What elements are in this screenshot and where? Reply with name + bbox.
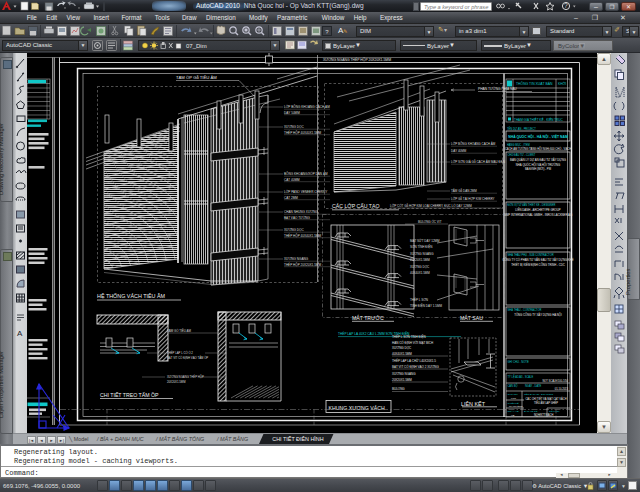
svg-text:XƯƠNG NGANG: XƯƠNG NGANG [410,252,434,256]
svg-text:CHI TIẾT TREO TẤM ỒP: CHI TIẾT TREO TẤM ỒP [100,392,159,398]
svg-text:20X20X1.5MM: 20X20X1.5MM [392,378,412,382]
svg-text:DÀY 40MM: DÀY 40MM [451,149,467,153]
svg-text:CHỦ ĐẦU TƯ - CLIENT: CHỦ ĐẦU TƯ - CLIENT [508,152,536,157]
svg-text:NQH/KTT/VÁCH: NQH/KTT/VÁCH [534,413,553,417]
svg-text:40X40X1.5MM: 40X40X1.5MM [392,352,412,356]
svg-text:BA ĐÌNH (MỚI) - PM: BA ĐÌNH (MỚI) - PM [525,166,552,171]
svg-text:KTS: KTS [511,397,516,400]
svg-text:BÔNG KHOÁNG/XỐP DÁN ÂM: BÔNG KHOÁNG/XỐP DÁN ÂM [284,171,328,176]
svg-text:LỚP PANO VENEER CHERRY: LỚP PANO VENEER CHERRY [284,189,327,194]
svg-text:SƠN TĨNH ĐIỆN: SƠN TĨNH ĐIỆN [410,244,433,249]
svg-text:XƯƠNG NGANG THÉP HỘP: XƯƠNG NGANG THÉP HỘP [167,374,204,379]
svg-text:THÉP HỘP 40X40X1.5MM: THÉP HỘP 40X40X1.5MM [284,233,321,238]
svg-text:KHỞI: KHỞI [558,81,566,86]
svg-text:TỔNG CÔNG TY XÂY DỰNG HÀ NỘI: TỔNG CÔNG TY XÂY DỰNG HÀ NỘI [514,312,562,317]
svg-text:A: A [17,329,23,338]
svg-text:XƯƠNG DỌC: XƯƠNG DỌC [284,228,304,232]
svg-text:BẮT VÀO TƯỜNG: BẮT VÀO TƯỜNG [284,215,311,220]
svg-text:BAN QUẢN LÝ DỰ ÁN ĐẦU TƯ XÂY D: BAN QUẢN LÝ DỰ ÁN ĐẦU TƯ XÂY DỰNG [510,157,566,162]
svg-text:GMP INTERNATIONAL GMBH - INROS: GMP INTERNATIONAL GMBH - INROS LACKNER A… [504,213,572,217]
svg-text:NV.CƯỜNG: NV.CƯỜNG [509,405,523,408]
svg-text:XƯƠNG NGANG: XƯƠNG NGANG [284,257,309,261]
svg-text:MẮT SAU: MẮT SAU [460,314,483,321]
svg-text:CÁT 40MM: CÁT 40MM [284,178,300,182]
svg-text:THÔNG TIN XUẤT BẢN: THÔNG TIN XUẤT BẢN [516,81,553,86]
svg-text:LỚP SƠN GIẢ Gỗ CÁCH ÂM MÀU ĐEN: LỚP SƠN GIẢ Gỗ CÁCH ÂM MÀU ĐEN [451,159,505,164]
svg-text:40X40X1.5MM: 40X40X1.5MM [410,271,430,275]
svg-text:?: ? [564,2,568,9]
svg-text:XƯƠNG NGANG: XƯƠNG NGANG [392,372,416,376]
svg-text:BULONG ỐC VÍT: BULONG ỐC VÍT [418,219,442,224]
svg-text:TÊN BẢN VẼ - DRAWING: TÊN BẢN VẼ - DRAWING [524,393,553,396]
svg-text:NOT SCALE/100-1/50: NOT SCALE/100-1/50 [542,379,568,383]
svg-text:XƯƠNG DỌC: XƯƠNG DỌC [392,346,412,350]
svg-text:THÉP L SƠN: THÉP L SƠN [410,297,428,302]
svg-text:TÊN DỰ ÁN - PROJECT: TÊN DỰ ÁN - PROJECT [507,126,536,131]
svg-text:MẮT SỬT DÀY 12MM: MẮT SỬT DÀY 12MM [410,238,440,243]
svg-text:VẼ: VẼ [511,414,515,417]
svg-text:GHI CHÚ - NOTE: GHI CHÚ - NOTE [508,360,529,364]
svg-text:NHÀ THẦU PHỤ - SUB CONTRACTOR: NHÀ THẦU PHỤ - SUB CONTRACTOR [508,253,554,257]
svg-text:CÁC CHI TIẾT VÀ MẶT CẮT VẢCH: CÁC CHI TIẾT VÀ MẶT CẮT VẢCH [525,396,566,401]
svg-text:TẤM ỒP Gỗ TIÊU ÂM: TẤM ỒP Gỗ TIÊU ÂM [176,75,217,80]
svg-text:CHỦ TRÌ: CHỦ TRÌ [508,393,518,396]
svg-text:ĐƠN VỊ TƯ VẤN THIẾT KẾ - DESIG: ĐƠN VỊ TƯ VẤN THIẾT KẾ - DESIGNER [508,202,556,207]
svg-text:XƯƠNG NGANG THÉP HỘP 20X20X1.5: XƯƠNG NGANG THÉP HỘP 20X20X1.5MM [323,57,391,62]
svg-text:CHÂN NHUNG XƯƠNG: CHÂN NHUNG XƯƠNG [284,210,318,214]
svg-text:DÀY 50MM: DÀY 50MM [284,111,300,115]
svg-text:LIÊN DANH - ARCHETYPE GROUP: LIÊN DANH - ARCHETYPE GROUP [515,207,561,212]
svg-text:NGÀY VẼ: NGÀY VẼ [508,410,519,413]
svg-text:BẮT VÍT CỒ ĐỊNH VÀO TẤM ỒP: BẮT VÍT CỒ ĐỊNH VÀO TẤM ỒP [167,355,208,360]
svg-text:TẤM Gỗ DÁN 2MM: TẤM Gỗ DÁN 2MM [451,188,477,193]
svg-text:TỶ LỆ A1/A3 - SCALE: TỶ LỆ A1/A3 - SCALE [508,374,534,379]
svg-text:THÉP LẮP L CÓ Ỗ 2: THÉP LẮP L CÓ Ỗ 2 [167,350,193,355]
svg-text:CÁC LỚP CẤU TẠO: CÁC LỚP CẤU TẠO [332,203,380,209]
svg-text:HẠNG MỤC - ITEM: HẠNG MỤC - ITEM [507,143,530,147]
svg-text:CÁT 2MM: CÁT 2MM [284,196,298,200]
svg-text:TĩNH ĐIỆN DÀY 1.5MM: TĩNH ĐIỆN DÀY 1.5MM [410,303,442,308]
svg-text:NHÀ QUỐC HỘI VÀ HỘI TRƯỜNG: NHÀ QUỐC HỘI VÀ HỘI TRƯỜNG [516,162,561,167]
svg-text:MẮT TRƯỚC: MẮT TRƯỚC [352,314,384,321]
svg-text:XƯƠNG DỌC: XƯƠNG DỌC [284,125,304,129]
svg-text:NHÀ THẦU - CONTRACTOR: NHÀ THẦU - CONTRACTOR [508,308,542,312]
svg-text:LIÊN KẾT: LIÊN KẾT [461,400,486,407]
svg-text:CÔNG TY CỖ PHẦN TƯ VẤN ĐẦU TƯ: CÔNG TY CỖ PHẦN TƯ VẤN ĐẦU TƯ XÂY DỰNG K… [502,257,573,262]
svg-text:THÉP LẮP LÀ CHỮ L40X20X1.5: THÉP LẮP LÀ CHỮ L40X20X1.5 [392,358,436,363]
svg-text:20X20X1.5MM: 20X20X1.5MM [167,380,186,384]
svg-text:BẮT VÍT CỐ ĐỊNH VÀO 2 XƯƠNG: BẮT VÍT CỐ ĐỊNH VÀO 2 XƯƠNG [392,364,440,369]
svg-text:NGÀY - DATE: NGÀY - DATE [525,384,542,388]
svg-text:THÉP HỘP 40X40X1.5MM: THÉP HỘP 40X40X1.5MM [284,130,321,135]
svg-text:PHẦN TƯỜNG PHÍA SAU: PHẦN TƯỜNG PHÍA SAU [478,86,517,91]
svg-text:LỚP CỐT Gỗ HỢP KIM LOẠI CHERRY: LỚP CỐT Gỗ HỢP KIM LOẠI CHERRY, ĐỤC LỖ D… [390,203,472,208]
svg-text:LỚP BÔNG KHOÁNG CÁCH ÂM: LỚP BÔNG KHOÁNG CÁCH ÂM [284,104,330,109]
svg-text:THAM GIA THIẾT KẾ - KIẾN TRÚC: THAM GIA THIẾT KẾ - KIẾN TRÚC [514,117,564,122]
svg-text:LỚP BÔNG KHOÁNG CÁCH ÂM: LỚP BÔNG KHOÁNG CÁCH ÂM [451,141,496,146]
svg-text:TẤM GỖ TIÊU ÂM: TẤM GỖ TIÊU ÂM [167,328,191,333]
svg-text:BẢN VẼ SỒ: BẢN VẼ SỒ [524,410,538,413]
svg-text:LỚP Gỗ TÁI HỢP KIM CHERRY: LỚP Gỗ TÁI HỢP KIM CHERRY [451,196,495,201]
svg-text:XƯƠNG DỌC: XƯƠNG DỌC [410,265,430,269]
svg-text:01-10-2013: 01-10-2013 [555,387,569,391]
svg-text:THÉP HỘP 20X20X1.5MM: THÉP HỘP 20X20X1.5MM [284,262,321,267]
svg-text:HÀN CỐ ĐỊNH VỚI MẶT BÍCH: HÀN CỐ ĐỊNH VỚI MẶT BÍCH [392,340,433,345]
svg-text:KHUNG XƯƠNG VÁCH: KHUNG XƯƠNG VÁCH [329,405,385,411]
svg-text:20X20X1.5MM: 20X20X1.5MM [410,258,430,262]
svg-text:HỆ THỐNG VÁCH TIÊU ÂM: HỆ THỐNG VÁCH TIÊU ÂM [97,292,166,299]
svg-text:THÉP L SƠN TĩNH ĐIỆN: THÉP L SƠN TĩNH ĐIỆN [392,334,426,339]
svg-text:BULONG: BULONG [392,387,405,391]
svg-text:NHÀ QUỐC HỘI - HÀ NỘI - VIỆT N: NHÀ QUỐC HỘI - HÀ NỘI - VIỆT NAM [508,134,568,139]
svg-text:THIẾT BỊ KIỂM ĐỊNH CÔNG TRÌNH: THIẾT BỊ KIỂM ĐỊNH CÔNG TRÌNH - CDC [511,262,565,267]
svg-text:SỐ KHỒI: SỐ KHỒI [549,410,560,413]
